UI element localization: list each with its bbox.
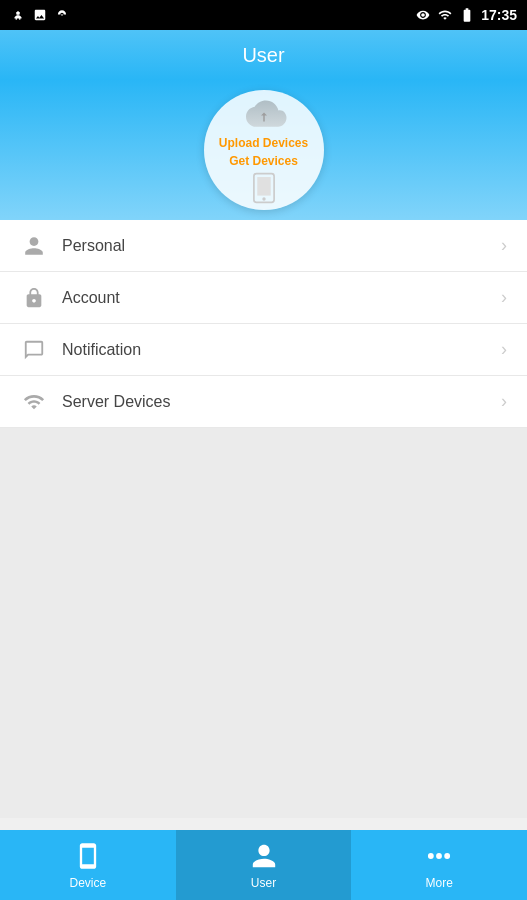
notification-chevron: › [501,339,507,360]
personal-label: Personal [62,237,501,255]
vpn-icon [54,7,70,23]
server-devices-label: Server Devices [62,393,501,411]
nav-item-user[interactable]: User [176,830,352,900]
usb-icon [10,7,26,23]
status-bar: 17:35 [0,0,527,30]
image-icon [32,7,48,23]
device-nav-icon [72,840,104,872]
account-label: Account [62,289,501,307]
header: User [0,30,527,80]
menu-item-server-devices[interactable]: Server Devices › [0,376,527,428]
person-icon [20,232,48,260]
more-nav-icon [423,840,455,872]
signal-icon [20,388,48,416]
svg-point-3 [428,853,434,859]
personal-chevron: › [501,235,507,256]
battery-icon [459,7,475,23]
more-nav-label: More [426,876,453,890]
svg-point-5 [444,853,450,859]
bottom-nav: Device User More [0,830,527,900]
wifi-icon [437,7,453,23]
chat-icon [20,336,48,364]
nav-item-device[interactable]: Device [0,830,176,900]
device-small-icon [250,172,278,204]
notification-label: Notification [62,341,501,359]
svg-point-4 [436,853,442,859]
clock: 17:35 [481,7,517,23]
menu-item-notification[interactable]: Notification › [0,324,527,376]
hero-section: Upload Devices Get Devices [0,80,527,220]
nav-item-more[interactable]: More [351,830,527,900]
empty-content [0,428,527,818]
user-nav-label: User [251,876,276,890]
cloud-upload-icon [240,96,288,132]
upload-devices-label: Upload Devices [219,136,308,150]
page-title: User [242,44,284,67]
menu-item-personal[interactable]: Personal › [0,220,527,272]
menu-item-account[interactable]: Account › [0,272,527,324]
svg-rect-1 [257,177,270,196]
account-chevron: › [501,287,507,308]
user-nav-icon [248,840,280,872]
menu-list: Personal › Account › Notification › Serv… [0,220,527,428]
eye-icon [415,7,431,23]
server-devices-chevron: › [501,391,507,412]
lock-icon [20,284,48,312]
svg-point-2 [262,198,265,201]
cloud-sync-button[interactable]: Upload Devices Get Devices [204,90,324,210]
get-devices-label: Get Devices [229,154,298,168]
device-nav-label: Device [69,876,106,890]
